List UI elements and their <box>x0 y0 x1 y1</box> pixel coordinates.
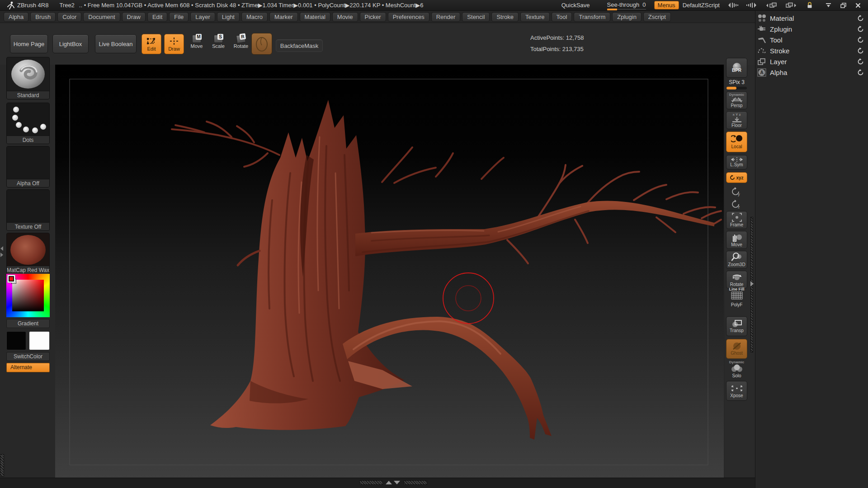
menu-picker[interactable]: Picker <box>360 12 386 22</box>
menu-light[interactable]: Light <box>217 12 240 22</box>
menu-edit[interactable]: Edit <box>147 12 167 22</box>
alternate-button[interactable]: Alternate <box>6 363 50 372</box>
live-boolean-button[interactable]: Live Boolean <box>95 34 137 53</box>
menu-file[interactable]: File <box>169 12 189 22</box>
menu-tool[interactable]: Tool <box>552 12 572 22</box>
quicksave-button[interactable]: QuickSave <box>561 2 590 9</box>
current-material-button[interactable]: MatCap Red Wax <box>6 233 50 274</box>
move-mode-button[interactable]: M Move <box>187 35 206 49</box>
menu-zscript[interactable]: Zscript <box>643 12 671 22</box>
xpose-button[interactable]: Xpose <box>726 381 747 401</box>
right-divider-arrow-icon[interactable] <box>750 280 754 288</box>
tray-item-tool[interactable]: Tool <box>757 34 867 45</box>
minimize-icon[interactable] <box>826 3 831 8</box>
menu-marker[interactable]: Marker <box>269 12 297 22</box>
restore-icon[interactable] <box>840 3 846 8</box>
zplugin-reset-icon[interactable] <box>857 26 864 33</box>
tray-item-stroke[interactable]: Stroke <box>757 45 867 56</box>
menu-macro[interactable]: Macro <box>241 12 268 22</box>
menu-texture[interactable]: Texture <box>520 12 550 22</box>
spin-z-button[interactable]: z <box>731 199 741 211</box>
draw-label: Draw <box>168 46 180 52</box>
ghost-button[interactable]: Ghost <box>726 339 747 359</box>
backface-mask-button[interactable]: BackfaceMask <box>276 39 323 52</box>
rotate-camera-button[interactable]: Rotate <box>726 271 747 289</box>
home-page-button[interactable]: Home Page <box>10 34 48 53</box>
dock-right-icon[interactable] <box>784 2 797 9</box>
menu-alpha[interactable]: Alpha <box>4 12 28 22</box>
move-camera-button[interactable]: Move <box>726 231 747 249</box>
bottom-divider-down-icon[interactable] <box>394 481 400 484</box>
default-zscript-button[interactable]: DefaultZScript <box>683 2 720 9</box>
menu-color[interactable]: Color <box>57 12 81 22</box>
layer-reset-icon[interactable] <box>857 58 864 65</box>
local-symmetry-button[interactable]: Local <box>726 131 747 152</box>
floor-button[interactable]: x Y z Floor <box>726 111 747 129</box>
dock-left-icon[interactable] <box>766 2 778 9</box>
tray-item-layer[interactable]: Layer <box>757 56 867 67</box>
draw-mode-button[interactable]: Draw <box>164 34 184 54</box>
bpr-render-button[interactable]: BPR <box>726 58 747 78</box>
menu-material[interactable]: Material <box>300 12 330 22</box>
lsym-button[interactable]: L.Sym <box>726 155 747 169</box>
right-tray-slider-icon[interactable] <box>745 2 757 8</box>
current-alpha-button[interactable]: Alpha Off <box>6 146 50 188</box>
current-color-swatch[interactable] <box>7 275 15 283</box>
rxyz-button[interactable]: xyz <box>726 172 747 183</box>
left-divider-expand-icon[interactable] <box>0 251 3 259</box>
left-tray-slider-icon[interactable] <box>728 2 740 8</box>
menu-stencil[interactable]: Stencil <box>462 12 490 22</box>
menu-transform[interactable]: Transform <box>574 12 610 22</box>
stroke-reset-icon[interactable] <box>857 47 864 54</box>
zplugin-icon <box>757 25 766 33</box>
edit-mode-button[interactable]: Edit <box>142 34 161 54</box>
menu-brush[interactable]: Brush <box>30 12 56 22</box>
menu-zplugin[interactable]: Zplugin <box>612 12 642 22</box>
menus-toggle-button[interactable]: Menus <box>654 1 679 9</box>
sv-square[interactable] <box>12 280 44 311</box>
left-divider-handle[interactable] <box>0 454 4 477</box>
rotate-mode-button[interactable]: R Rotate <box>231 35 251 49</box>
persp-button[interactable]: Dynamic Persp <box>726 91 747 109</box>
frame-button[interactable]: Frame <box>726 211 747 229</box>
current-brush-button[interactable]: Standard <box>6 57 50 99</box>
gradient-button[interactable]: Gradient <box>6 319 50 328</box>
document-name: Tree2 <box>59 2 74 9</box>
menu-layer[interactable]: Layer <box>190 12 215 22</box>
tool-reset-icon[interactable] <box>857 37 864 43</box>
menu-draw[interactable]: Draw <box>122 12 146 22</box>
lightbox-button[interactable]: LightBox <box>52 34 89 53</box>
document-canvas[interactable] <box>55 65 724 479</box>
current-texture-button[interactable]: Texture Off <box>6 189 50 231</box>
color-picker[interactable] <box>6 274 50 317</box>
main-color-swatch[interactable] <box>6 331 26 350</box>
tray-item-alpha[interactable]: A Alpha <box>757 67 867 78</box>
tray-item-material[interactable]: Material <box>757 13 867 23</box>
alpha-reset-icon[interactable] <box>857 69 864 76</box>
current-stroke-button[interactable]: Dots <box>6 103 50 144</box>
menu-document[interactable]: Document <box>83 12 120 22</box>
secondary-color-swatch[interactable] <box>29 331 50 350</box>
spix-slider[interactable] <box>726 87 747 89</box>
bottom-divider-handle-left[interactable] <box>359 480 383 485</box>
lock-icon[interactable] <box>807 2 813 9</box>
tray-item-zplugin[interactable]: Zplugin <box>757 23 867 34</box>
bottom-divider-handle-right[interactable] <box>404 480 427 485</box>
polyframe-button[interactable]: Line Fill PolyF <box>725 287 748 307</box>
menu-movie[interactable]: Movie <box>332 12 358 22</box>
menu-stroke[interactable]: Stroke <box>491 12 519 22</box>
scale-mode-button[interactable]: S Scale <box>209 35 228 49</box>
menu-preferences[interactable]: Preferences <box>388 12 429 22</box>
current-alpha-swatch[interactable] <box>251 33 272 55</box>
spin-y-button[interactable]: y <box>731 187 741 198</box>
switch-color-button[interactable]: SwitchColor <box>6 352 50 361</box>
menu-render[interactable]: Render <box>431 12 461 22</box>
see-through-slider[interactable]: See-through 0 <box>607 1 646 9</box>
close-icon[interactable] <box>855 3 861 8</box>
solo-button[interactable]: Solo <box>725 364 748 378</box>
material-reset-icon[interactable] <box>857 15 864 22</box>
bottom-divider-up-icon[interactable] <box>386 481 392 484</box>
zbrush-logo-icon <box>7 1 14 9</box>
transp-button[interactable]: Transp <box>726 316 747 336</box>
zoom3d-button[interactable]: Zoom3D <box>726 251 747 269</box>
